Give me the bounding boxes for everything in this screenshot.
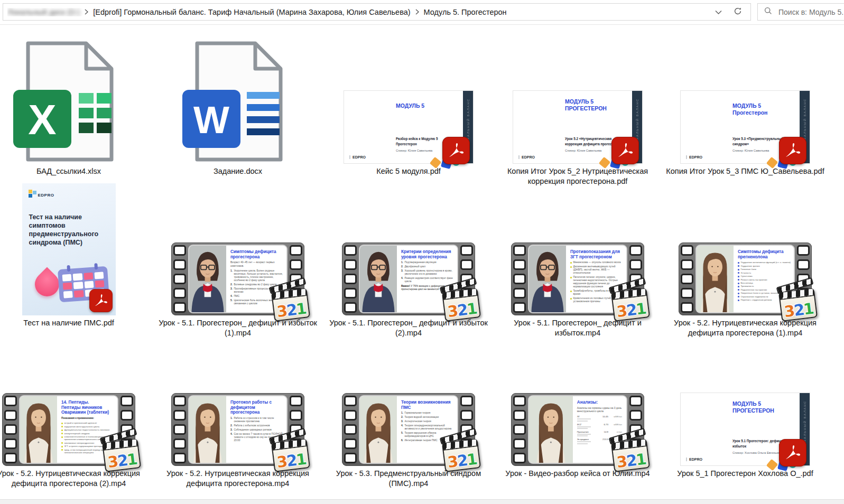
slide-list-item: 1.Гормональная теория: [401, 412, 455, 415]
sprocket-hole: [4, 438, 17, 449]
pdf-overlay-icon: [611, 137, 639, 164]
list-text: Теория водной интоксикации: [404, 416, 439, 419]
analyte-name: ЛГ: [577, 415, 597, 421]
mpc-digit: 1: [466, 300, 477, 319]
film-strip: Критерии определения уровня прогестерона…: [342, 242, 475, 315]
list-bullet: [738, 269, 739, 270]
list-number: 2.: [230, 283, 233, 286]
film-sprocket-holes: [4, 396, 17, 463]
file-tile[interactable]: XБАД_ссылки4.xlsx: [0, 37, 151, 176]
file-tile[interactable]: WЗадание.docx: [155, 37, 320, 176]
file-tile[interactable]: Критерии определения уровня прогестерона…: [326, 182, 491, 338]
file-grid: XБАД_ссылки4.xlsxWЗадание.docxГОРМОНАЛЬН…: [0, 0, 844, 504]
slide-list-item: Головные боли: [738, 268, 792, 270]
pdf-slide-thumbnail: ГОРМОНАЛЬНЫЙ БАЛАНСМОДУЛЬ 5Разбор кейса …: [344, 90, 474, 164]
calendar-ring: [94, 263, 98, 269]
slide-list-item: Бессонница: [738, 282, 792, 284]
file-thumbnail: Теории возникновения ПМС1.Гормональная т…: [326, 391, 491, 466]
reference-line: [577, 426, 591, 427]
slide-list-item: 1.Подтвержденная овуляция: [401, 261, 455, 264]
sprocket-hole: [173, 302, 186, 313]
list-text: Работа со стрессом и в том числе снижени…: [234, 417, 284, 423]
film-sprocket-holes: [344, 245, 357, 313]
film-sprocket-holes: [344, 396, 357, 463]
sprocket-hole: [344, 396, 357, 406]
list-number: 1.: [230, 269, 233, 282]
sprocket-hole: [344, 453, 357, 463]
list-bullet: [738, 279, 739, 281]
pdf-overlay-icon: [89, 289, 113, 312]
list-bullet: [570, 277, 572, 278]
file-name: БАД_ссылки4.xlsx: [36, 166, 101, 176]
edpro-logo-text: EDPRO: [349, 155, 366, 159]
sprocket-hole: [513, 288, 526, 298]
mpc-321-digits: 321: [781, 301, 817, 320]
sprocket-hole: [173, 245, 186, 256]
file-tile[interactable]: EDPROТест на наличие симптомов предменст…: [0, 182, 151, 328]
list-text: Перебои с сердечным ритмом: [740, 298, 772, 301]
file-tile[interactable]: Противопоказания для ЗГТ прогестерономМе…: [495, 182, 660, 338]
list-number: 4.: [401, 277, 403, 283]
mpc-hc-player-icon: 321: [271, 288, 310, 322]
mpc-hc-player-icon: 321: [442, 438, 481, 472]
sprocket-hole: [173, 453, 186, 463]
file-tile[interactable]: ГОРМОНАЛЬНЫЙ БАЛАНСМОДУЛЬ 5Разбор кейса …: [326, 37, 491, 176]
file-tile[interactable]: Протокол работы с дефицитом прогестерона…: [155, 391, 320, 489]
slide-list: 1.Подтвержденная овуляция2.Двухфазный ци…: [401, 261, 455, 283]
horizontal-scrollbar[interactable]: [0, 499, 844, 504]
sprocket-hole: [4, 453, 17, 463]
sprocket-hole: [681, 302, 693, 313]
list-bullet: [738, 276, 739, 277]
list-text: Гормональная теория: [404, 412, 430, 415]
sprocket-hole: [513, 302, 526, 313]
file-tile[interactable]: ГОРМОНАЛЬНЫЙ БАЛАНСМОДУЛЬ 5 ПрогестеронУ…: [663, 37, 828, 176]
list-bullet: [61, 442, 63, 444]
mpc-digit: 1: [126, 450, 137, 469]
file-tile[interactable]: ГОРМОНАЛЬНЫЙ БАЛАНСМОДУЛЬ 5 ПРОГЕСТЕРОНУ…: [495, 37, 660, 186]
list-number: 1.: [401, 261, 403, 264]
reference-line: [577, 428, 588, 429]
calendar-cell: [62, 283, 72, 290]
list-number: 4.: [401, 424, 403, 431]
analyte-unit: мМЕ/мл: [608, 423, 622, 426]
pdf-overlay-icon: [442, 137, 470, 164]
list-text: Хороший уровень прогестерона в крови, ув…: [404, 269, 455, 276]
file-tile[interactable]: Симптомы дефицита прегненолонаУхудшение …: [663, 182, 828, 338]
file-tile[interactable]: 14. Пептиды. Пептиды яичников Овариамин …: [0, 391, 151, 489]
calendar-cell: [84, 273, 93, 280]
slide-title: Противопоказания для ЗГТ прогестероном: [570, 249, 624, 259]
film-strip: Протокол работы с дефицитом прогестерона…: [171, 393, 304, 466]
list-number: 2.: [401, 265, 403, 268]
mpc-digit: 1: [466, 450, 477, 469]
list-number: 1.: [230, 417, 233, 423]
list-bullet: [61, 449, 63, 451]
calendar-cell: [95, 280, 104, 287]
mpc-321-digits: 321: [614, 451, 649, 471]
film-strip: Противопоказания для ЗГТ прогестерономМе…: [511, 242, 644, 315]
list-text: Подтвержденная овуляция: [404, 261, 436, 264]
file-name: Урок - 5.2. Нутрицевтическая коррекция д…: [665, 318, 826, 338]
sprocket-hole: [460, 259, 473, 270]
file-name: Урок - 5.2. Нутрицевтическая коррекция д…: [0, 469, 149, 489]
list-number: 5.: [230, 299, 233, 305]
svg-text:X: X: [28, 96, 56, 143]
mpc-digit: 1: [635, 300, 646, 319]
list-bullet: [61, 430, 63, 431]
calendar-cell: [94, 272, 104, 279]
list-text: ПМС: [234, 295, 239, 298]
list-text: Сухая кожа: [740, 275, 752, 277]
logo-square: [33, 191, 36, 194]
list-text: Усталость: [740, 272, 751, 274]
file-name: Копия Итог Урок 5_3 ПМС Ю_Савельева.pdf: [666, 166, 824, 176]
list-bullet: [738, 272, 739, 274]
file-tile[interactable]: Теории возникновения ПМС1.Гормональная т…: [326, 391, 491, 489]
file-tile[interactable]: ГОРМОНАЛЬНЫЙ БАЛАНСМОДУЛЬ 5 ПРОГЕСТЕРОНУ…: [663, 391, 828, 479]
film-strip: Теории возникновения ПМС1.Гормональная т…: [342, 393, 475, 466]
file-tile[interactable]: Симптомы дефицита прогестеронаВозраст 40…: [155, 182, 320, 338]
reference-line: [577, 435, 588, 436]
slide-list-item: нарушения менструального цикла: [61, 425, 115, 428]
slide-title: Симптомы дефицита прегненолона: [738, 249, 792, 259]
sprocket-hole: [629, 259, 642, 270]
logo-square: [29, 194, 32, 198]
file-tile[interactable]: Анализы:Анализы на гормоны сданы на 3 де…: [495, 391, 660, 479]
